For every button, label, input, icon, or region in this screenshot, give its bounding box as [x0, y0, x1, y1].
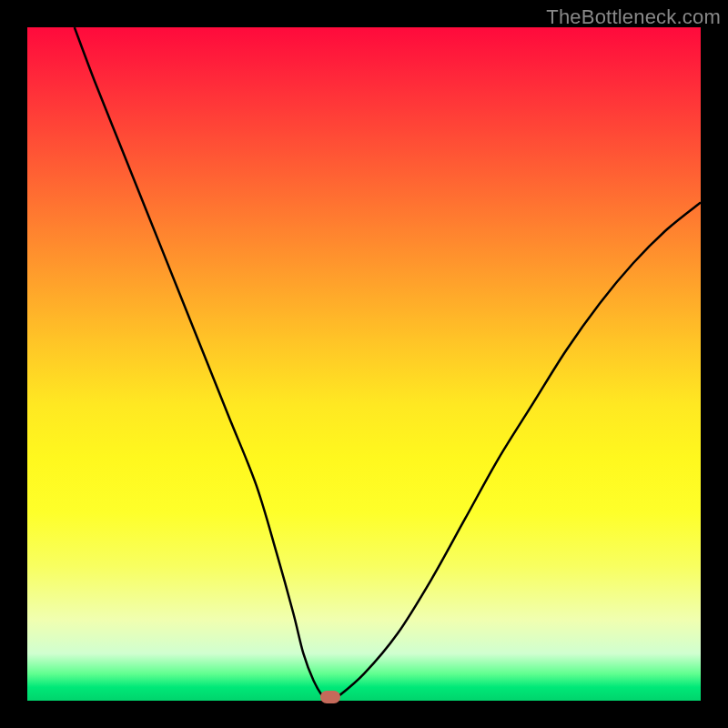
minimum-marker [320, 691, 340, 703]
chart-container: TheBottleneck.com [0, 0, 728, 728]
plot-area [27, 27, 701, 701]
bottleneck-curve [27, 27, 701, 701]
watermark-text: TheBottleneck.com [546, 5, 721, 29]
